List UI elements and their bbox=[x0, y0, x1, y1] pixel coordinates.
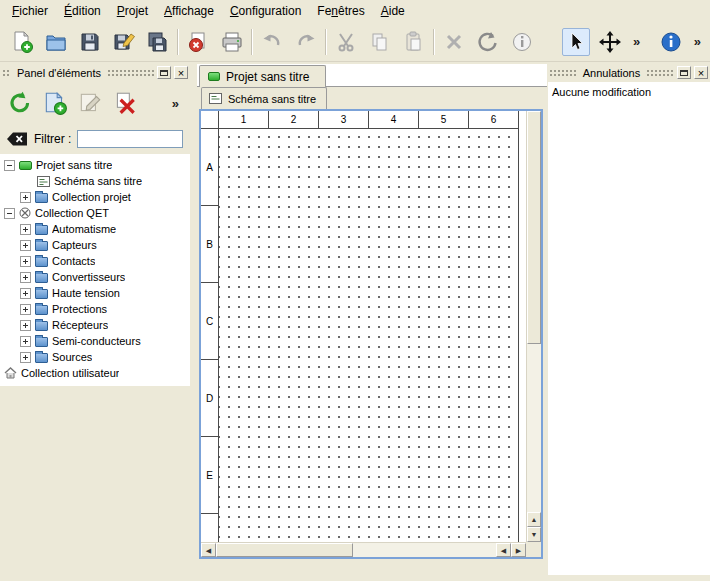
menu-label: dition bbox=[72, 4, 101, 18]
menu-label: ffichage bbox=[172, 4, 214, 18]
horizontal-scrollbar-thumb[interactable] bbox=[216, 543, 353, 557]
expand-expander-icon[interactable] bbox=[20, 352, 31, 363]
menu-fenetres[interactable]: Fenêtres bbox=[309, 1, 372, 21]
expand-expander-icon[interactable] bbox=[20, 336, 31, 347]
filter-label: Filtrer : bbox=[34, 132, 71, 146]
column-header: 4 bbox=[369, 111, 419, 128]
tree-item-contacts[interactable]: Contacts bbox=[0, 253, 190, 269]
clear-filter-icon[interactable] bbox=[6, 131, 28, 147]
tab-projet-sans-titre[interactable]: Projet sans titre bbox=[199, 65, 326, 87]
tree-item-schema[interactable]: Schéma sans titre bbox=[0, 173, 190, 189]
redo-icon[interactable] bbox=[292, 28, 320, 56]
save-icon[interactable] bbox=[76, 28, 104, 56]
float-dock-button[interactable] bbox=[157, 66, 171, 79]
close-dock-button[interactable] bbox=[174, 66, 188, 79]
delete-icon[interactable] bbox=[440, 28, 468, 56]
save-as-icon[interactable] bbox=[110, 28, 138, 56]
expand-expander-icon[interactable] bbox=[20, 272, 31, 283]
tree-item-collection-qet[interactable]: Collection QET bbox=[0, 205, 190, 221]
collapse-expander-icon[interactable] bbox=[4, 208, 15, 219]
vertical-scrollbar[interactable] bbox=[526, 111, 541, 542]
undo-history-list[interactable]: Aucune modification bbox=[548, 82, 710, 575]
scroll-down-icon[interactable] bbox=[527, 527, 541, 542]
about-icon[interactable] bbox=[657, 28, 685, 56]
tree-item-label: Schéma sans titre bbox=[54, 175, 142, 187]
float-dock-button[interactable] bbox=[677, 66, 691, 79]
folder-icon bbox=[35, 321, 48, 331]
tree-item-collection-utilisateur[interactable]: Collection utilisateur bbox=[0, 365, 190, 381]
rotate-icon[interactable] bbox=[474, 28, 502, 56]
menu-mnemonic: n bbox=[331, 4, 338, 18]
print-icon[interactable] bbox=[218, 28, 246, 56]
schema-icon bbox=[37, 176, 50, 187]
tree-item-collection-projet[interactable]: Collection projet bbox=[0, 189, 190, 205]
scroll-right-icon[interactable] bbox=[511, 543, 526, 557]
info-icon[interactable] bbox=[508, 28, 536, 56]
undo-dock-titlebar[interactable]: Annulations bbox=[547, 64, 710, 81]
elements-panel-titlebar[interactable]: Panel d'éléments bbox=[0, 64, 190, 81]
scroll-up-icon[interactable] bbox=[527, 512, 541, 527]
tree-item-project[interactable]: Projet sans titre bbox=[0, 157, 190, 173]
close-dock-button[interactable] bbox=[694, 66, 708, 79]
tree-item-recepteurs[interactable]: Récepteurs bbox=[0, 317, 190, 333]
project-tab-label: Projet sans titre bbox=[226, 70, 309, 84]
delete-element-icon[interactable] bbox=[111, 89, 139, 117]
expand-expander-icon[interactable] bbox=[20, 192, 31, 203]
menu-projet[interactable]: Projet bbox=[109, 1, 156, 21]
new-element-icon[interactable] bbox=[41, 89, 69, 117]
close-icon bbox=[178, 66, 184, 80]
menu-edition[interactable]: Édition bbox=[56, 1, 109, 21]
tree-item-semi-conducteurs[interactable]: Semi-conducteurs bbox=[0, 333, 190, 349]
select-tool-icon[interactable] bbox=[562, 28, 590, 56]
edit-element-icon[interactable] bbox=[76, 89, 104, 117]
save-all-icon[interactable] bbox=[144, 28, 172, 56]
new-document-icon[interactable] bbox=[8, 28, 36, 56]
undo-icon[interactable] bbox=[258, 28, 286, 56]
vertical-scrollbar-thumb[interactable] bbox=[527, 111, 541, 344]
scroll-left-icon[interactable] bbox=[201, 543, 216, 557]
expand-expander-icon[interactable] bbox=[20, 304, 31, 315]
menu-affichage[interactable]: Affichage bbox=[156, 1, 222, 21]
scroll-left-icon[interactable] bbox=[496, 543, 511, 557]
tree-item-haute-tension[interactable]: Haute tension bbox=[0, 285, 190, 301]
menu-mnemonic: C bbox=[230, 4, 239, 18]
open-icon[interactable] bbox=[42, 28, 70, 56]
toolbar-overflow-button[interactable]: » bbox=[630, 34, 643, 49]
toolbar-overflow-button[interactable]: » bbox=[691, 34, 704, 49]
expand-expander-icon[interactable] bbox=[20, 288, 31, 299]
expand-expander-icon[interactable] bbox=[20, 240, 31, 251]
expand-expander-icon[interactable] bbox=[20, 256, 31, 267]
expand-expander-icon[interactable] bbox=[20, 224, 31, 235]
reload-collections-icon[interactable] bbox=[6, 89, 34, 117]
tree-item-sources[interactable]: Sources bbox=[0, 349, 190, 365]
tree-item-label: Automatisme bbox=[52, 223, 116, 235]
tree-item-protections[interactable]: Protections bbox=[0, 301, 190, 317]
menu-fichier[interactable]: Fichier bbox=[4, 1, 56, 21]
elements-tree: Projet sans titre Schéma sans titre Coll… bbox=[0, 154, 190, 386]
cut-icon[interactable] bbox=[332, 28, 360, 56]
menu-label: rojet bbox=[125, 4, 148, 18]
schema-canvas[interactable] bbox=[219, 129, 518, 542]
expand-expander-icon[interactable] bbox=[20, 320, 31, 331]
home-icon bbox=[4, 367, 17, 379]
dock-handle-dots bbox=[646, 69, 674, 77]
filter-row: Filtrer : bbox=[0, 128, 190, 150]
close-document-icon[interactable] bbox=[184, 28, 212, 56]
copy-icon[interactable] bbox=[366, 28, 394, 56]
tab-schema-sans-titre[interactable]: Schéma sans titre bbox=[201, 87, 327, 109]
tree-item-convertisseurs[interactable]: Convertisseurs bbox=[0, 269, 190, 285]
scrollbar-corner bbox=[526, 542, 541, 557]
filter-input[interactable] bbox=[77, 130, 183, 148]
undo-empty-text: Aucune modification bbox=[552, 86, 651, 98]
tree-item-automatisme[interactable]: Automatisme bbox=[0, 221, 190, 237]
menu-label: Fe bbox=[317, 4, 331, 18]
panel-overflow-button[interactable]: » bbox=[169, 96, 182, 111]
collapse-expander-icon[interactable] bbox=[4, 160, 15, 171]
menu-aide[interactable]: Aide bbox=[373, 1, 413, 21]
tree-item-capteurs[interactable]: Capteurs bbox=[0, 237, 190, 253]
move-tool-icon[interactable] bbox=[596, 28, 624, 56]
tree-item-label: Contacts bbox=[52, 255, 95, 267]
paste-icon[interactable] bbox=[400, 28, 428, 56]
menu-configuration[interactable]: Configuration bbox=[222, 1, 309, 21]
horizontal-scrollbar[interactable] bbox=[201, 542, 526, 557]
